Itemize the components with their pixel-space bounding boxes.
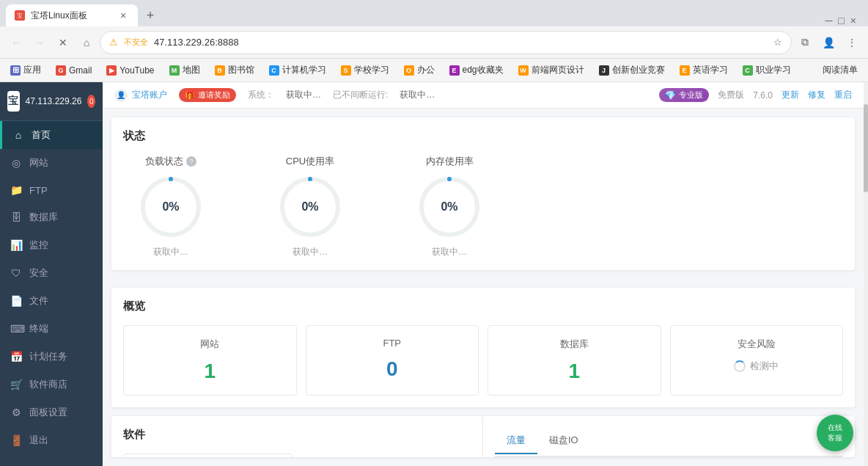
refresh-button[interactable]: ✕ xyxy=(53,32,73,53)
close-window-button[interactable]: × xyxy=(850,15,856,26)
bookmark-career[interactable]: C 职业学习 xyxy=(738,62,795,78)
online-chat-button[interactable]: 在线 客服 xyxy=(817,415,853,451)
sidebar-item-database[interactable]: 🗄 数据库 xyxy=(0,203,103,231)
status-section: 状态 负载状态 ? 0% xyxy=(111,117,855,270)
code-icon: J xyxy=(599,65,609,76)
home-button[interactable]: ⌂ xyxy=(76,32,97,53)
software-chart-area: 软件 宝塔SSH终端 1.0 流量 磁盘IO xyxy=(111,416,855,457)
bookmark-office[interactable]: O 办公 xyxy=(400,62,439,78)
cpu-gauge: CPU使用率 0% 获取中… xyxy=(277,155,343,258)
bookmarks-bar: ⊞ 应用 G Gmail ▶ YouTube M 地图 B 图书馆 C 计算机学… xyxy=(0,59,868,82)
bookmark-career-label: 职业学习 xyxy=(756,64,791,76)
overview-website-value: 1 xyxy=(136,360,284,383)
bookmark-web[interactable]: W 前端网页设计 xyxy=(514,62,589,78)
bookmark-gmail-label: Gmail xyxy=(69,65,92,76)
overview-website-card[interactable]: 网站 1 xyxy=(123,325,297,396)
bookmark-apps[interactable]: ⊞ 应用 xyxy=(6,62,45,78)
overview-database-value: 1 xyxy=(500,360,649,383)
sidebar-item-files[interactable]: 📄 文件 xyxy=(0,287,103,315)
overview-ftp-card[interactable]: FTP 0 xyxy=(306,325,479,396)
bookmark-cs-label: 计算机学习 xyxy=(282,64,326,76)
bookmark-youtube-label: YouTube xyxy=(119,65,154,76)
topbar-status-value: 获取中… xyxy=(400,89,435,101)
software-item-ssh[interactable]: 宝塔SSH终端 1.0 xyxy=(123,454,293,457)
bookmark-books[interactable]: B 图书馆 xyxy=(210,62,259,78)
free-label: 免费版 xyxy=(718,89,744,101)
school-icon: S xyxy=(341,65,351,76)
bookmark-youtube[interactable]: ▶ YouTube xyxy=(102,64,158,77)
bookmark-apps-label: 应用 xyxy=(23,64,41,76)
topbar-user: 👤 宝塔账户 xyxy=(114,89,167,102)
bookmark-star-icon[interactable]: ☆ xyxy=(773,37,782,48)
memory-circular-gauge: 0% xyxy=(416,174,482,240)
notification-badge: 0 xyxy=(87,95,95,108)
cpu-circular-gauge: 0% xyxy=(277,174,343,240)
sidebar-header: 宝 47.113.229.26 0 xyxy=(0,82,103,121)
sidebar-item-terminal[interactable]: ⌨ 终端 xyxy=(0,315,103,343)
browser-window: 宝 宝塔Linux面板 × + ─ □ × ← → ✕ ⌂ ⚠ 不安全 47.1… xyxy=(0,0,868,466)
overview-database-card[interactable]: 数据库 1 xyxy=(488,325,661,396)
sidebar-item-store[interactable]: 🛒 软件商店 xyxy=(0,371,103,398)
address-bar[interactable]: ⚠ 不安全 47.113.229.26:8888 ☆ xyxy=(100,31,792,54)
topbar-invite[interactable]: 🎁 邀请奖励 xyxy=(179,88,236,102)
sidebar-item-monitor[interactable]: 📊 监控 xyxy=(0,231,103,259)
bookmark-code-label: 创新创业竞赛 xyxy=(612,64,665,76)
scrollbar-track xyxy=(864,82,868,466)
sidebar-item-files-label: 文件 xyxy=(29,294,48,307)
bookmark-reader[interactable]: 阅读清单 xyxy=(818,62,862,78)
tab-close-button[interactable]: × xyxy=(117,10,129,21)
panel-settings-nav-icon: ⚙ xyxy=(10,407,22,418)
bookmark-maps[interactable]: M 地图 xyxy=(165,62,205,78)
detecting-spinner xyxy=(734,360,746,372)
sidebar-item-logout-label: 退出 xyxy=(29,434,48,447)
restart-link[interactable]: 重启 xyxy=(834,89,852,101)
overview-cards-row: 网站 1 FTP 0 数据库 1 安全风险 xyxy=(123,325,843,396)
extensions-button[interactable]: ⧉ xyxy=(795,32,815,53)
bookmark-web-label: 前端网页设计 xyxy=(532,64,584,76)
web-icon: W xyxy=(518,65,529,76)
sidebar-item-website[interactable]: ◎ 网站 xyxy=(0,149,103,177)
bookmark-school[interactable]: S 学校学习 xyxy=(336,62,394,78)
sidebar-item-security[interactable]: 🛡 安全 xyxy=(0,259,103,287)
main-topbar: 👤 宝塔账户 🎁 邀请奖励 系统： 获取中… 已不间断运行: 获取中… 💎 专业… xyxy=(103,82,864,109)
load-value: 0% xyxy=(162,200,179,214)
load-circular-gauge: 0% xyxy=(138,174,204,240)
software-section: 软件 宝塔SSH终端 1.0 xyxy=(111,416,483,457)
bookmark-edg[interactable]: E edg收藏夹 xyxy=(445,62,508,78)
back-button[interactable]: ← xyxy=(6,32,26,53)
scrollbar-thumb[interactable] xyxy=(864,104,868,192)
overview-security-card[interactable]: 安全风险 检测中 xyxy=(670,325,844,396)
forward-button[interactable]: → xyxy=(29,32,50,53)
sidebar-item-database-label: 数据库 xyxy=(29,211,58,224)
topbar-system-label: 系统： xyxy=(248,89,274,101)
sidebar-item-panel-settings[interactable]: ⚙ 面板设置 xyxy=(0,398,103,426)
overview-website-title: 网站 xyxy=(136,338,284,351)
new-tab-button[interactable]: + xyxy=(139,4,161,26)
sidebar-item-tasks[interactable]: 📅 计划任务 xyxy=(0,343,103,371)
repair-link[interactable]: 修复 xyxy=(808,89,825,101)
security-warning: 不安全 xyxy=(124,37,148,48)
bookmark-gmail[interactable]: G Gmail xyxy=(51,64,96,77)
sidebar-item-ftp[interactable]: 📁 FTP xyxy=(0,177,103,203)
bookmark-cs[interactable]: C 计算机学习 xyxy=(265,62,331,78)
bookmark-code[interactable]: J 创新创业竞赛 xyxy=(595,62,669,78)
load-status: 获取中… xyxy=(153,246,188,258)
minimize-button[interactable]: ─ xyxy=(825,15,832,26)
maximize-button[interactable]: □ xyxy=(838,15,844,26)
load-help-icon[interactable]: ? xyxy=(186,156,196,167)
sidebar-item-home[interactable]: ⌂ 首页 xyxy=(0,121,103,149)
update-link[interactable]: 更新 xyxy=(781,89,799,101)
overview-section-title: 概览 xyxy=(123,299,843,313)
sidebar-item-logout[interactable]: 🚪 退出 xyxy=(0,426,103,454)
menu-button[interactable]: ⋮ xyxy=(842,32,862,53)
account-button[interactable]: 👤 xyxy=(818,32,839,53)
user-icon: 👤 xyxy=(114,89,128,102)
topbar-user-label[interactable]: 宝塔账户 xyxy=(132,89,167,101)
active-tab[interactable]: 宝 宝塔Linux面板 × xyxy=(6,4,138,26)
gauges-row: 负载状态 ? 0% 获取中… xyxy=(123,155,843,258)
memory-gauge-label: 内存使用率 xyxy=(426,155,474,168)
bookmark-en[interactable]: E 英语学习 xyxy=(675,62,732,78)
bookmark-edg-label: edg收藏夹 xyxy=(463,64,504,76)
chart-tab-traffic[interactable]: 流量 xyxy=(495,428,537,454)
chart-tab-diskio[interactable]: 磁盘IO xyxy=(537,428,590,453)
